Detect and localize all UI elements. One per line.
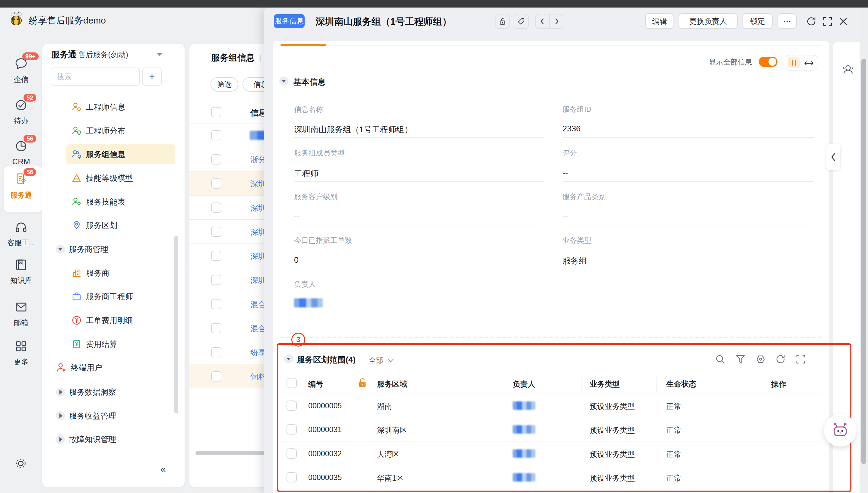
rail-item-service-desk[interactable]: 客服工... [0,220,42,253]
list-row[interactable]: 深圳福田服 [189,220,269,244]
expand-fullscreen-icon[interactable] [822,16,833,27]
row-checkbox[interactable] [211,323,221,333]
row-region-link[interactable]: 深圳南区 [377,425,407,435]
rail-item-fuwutong[interactable]: 56 服务通 [0,172,42,207]
list-row-selected[interactable]: 饲料服务组 [189,364,269,388]
row-region-link[interactable]: 湖南 [377,401,392,411]
unlock-icon-button[interactable] [495,14,510,29]
list-row[interactable]: 混合组（广 [189,316,269,340]
nav-search-input[interactable] [51,67,140,86]
row-id-link[interactable]: 00000032 [308,449,342,458]
subtable-row[interactable]: 00000005 湖南 预设业务类型 正常 [280,393,822,417]
list-row[interactable]: 浙分服务组 [189,147,269,171]
nav-item-workorder-fee-detail[interactable]: 工单费用明细 [71,310,180,330]
column-header-id[interactable]: 编号 [308,379,323,389]
subtable-row[interactable]: 00000035 华南1区 预设业务类型 正常 [280,465,822,489]
column-header-region[interactable]: 服务区域 [377,379,407,389]
next-record-button[interactable] [549,14,563,29]
nav-item-engineer-map[interactable]: 工程师分布 [71,121,180,141]
prev-record-button[interactable] [535,14,550,29]
app-switch-caret-icon[interactable] [157,53,162,56]
row-checkbox[interactable] [287,472,297,483]
list-row-selected[interactable]: 深圳南山服 [189,171,269,196]
rail-item-mail[interactable]: 邮箱 [0,300,42,333]
row-id-link[interactable]: 00000035 [308,473,342,482]
nav-group-fault-knowledge-mgmt[interactable]: 故障知识管理 [56,429,177,449]
subtable-scope-dropdown[interactable]: 全部 [369,356,383,365]
subtable-row[interactable]: 00000031 深圳南区 预设业务类型 正常 [280,417,822,442]
nav-item-service-region[interactable]: 服务区划 [71,215,180,235]
row-id-link[interactable]: 00000005 [308,401,342,410]
row-checkbox[interactable] [287,401,297,411]
row-checkbox[interactable] [211,178,221,189]
show-all-toggle[interactable] [759,57,778,67]
list-row[interactable] [189,123,269,147]
row-checkbox[interactable] [211,371,221,382]
subtable-row[interactable]: 00000032 大湾区 预设业务类型 正常 [280,442,822,465]
row-checkbox[interactable] [211,202,221,213]
column-header-biztype[interactable]: 业务类型 [590,379,620,389]
nav-item-provider-engineer[interactable]: 服务商工程师 [71,286,180,306]
subtable-select-all-checkbox[interactable] [287,378,297,388]
edit-button[interactable]: 编辑 [645,13,674,29]
owner-redacted-value[interactable] [294,298,323,307]
row-region-link[interactable]: 华南1区 [377,473,404,483]
list-row[interactable]: 深圳服务商 [189,196,269,220]
list-row[interactable]: 深圳组 [189,244,269,268]
select-all-checkbox[interactable] [211,107,221,117]
close-icon[interactable] [838,16,849,27]
rail-item-todo[interactable]: 52 待办 [0,98,42,131]
page-scroll-thumb[interactable] [861,59,866,464]
active-tab-indicator[interactable] [281,44,326,46]
subtable-filter-icon[interactable] [735,354,746,365]
row-checkbox[interactable] [211,347,221,358]
nav-item-service-provider[interactable]: 服务商 [71,263,180,283]
list-horizontal-scrollbar[interactable] [195,451,265,455]
nav-item-end-user[interactable]: 终端用户 [56,358,177,378]
row-checkbox[interactable] [211,227,221,237]
row-checkbox[interactable] [287,424,297,434]
subtable-search-icon[interactable] [715,354,726,365]
section-collapse-icon[interactable] [279,77,288,86]
more-actions-button[interactable]: ⋯ [778,13,797,29]
change-owner-button[interactable]: 更换负责人 [679,13,738,29]
column-header-actions[interactable]: 操作 [771,379,786,389]
row-checkbox[interactable] [211,299,221,309]
chevron-down-icon[interactable] [388,358,394,363]
horizontal-resize-icon[interactable] [803,59,814,68]
column-layout-button[interactable] [788,57,800,68]
nav-group-service-provider-mgmt[interactable]: 服务商管理 [56,239,177,259]
row-region-link[interactable]: 大湾区 [377,449,400,459]
settings-gear-icon[interactable] [14,456,28,470]
subtable-fullscreen-icon[interactable] [795,354,806,365]
subtable-collapse-icon[interactable] [284,355,293,363]
nav-item-skill-level-model[interactable]: 技能等级模型 [71,168,180,188]
row-checkbox[interactable] [211,154,221,165]
nav-add-button[interactable]: + [142,67,162,86]
list-row[interactable]: 混合组 [189,292,269,316]
team-members-icon[interactable] [842,63,855,77]
expand-panel-handle[interactable] [826,144,840,170]
row-checkbox[interactable] [211,130,221,141]
column-header-owner[interactable]: 负责人 [513,379,535,389]
assistant-robot-button[interactable] [824,414,856,447]
nav-group-service-data-insight[interactable]: 服务数据洞察 [56,382,177,402]
nav-scrollbar[interactable] [174,236,178,413]
row-checkbox[interactable] [211,275,221,285]
subtable-refresh-icon[interactable] [775,354,786,365]
row-checkbox[interactable] [287,448,297,459]
nav-item-engineer-info[interactable]: 工程师信息 [71,97,180,117]
lock-button[interactable]: 锁定 [743,13,773,29]
row-checkbox[interactable] [211,251,221,261]
nav-group-service-revenue-mgmt[interactable]: 服务收益管理 [56,406,177,426]
refresh-icon[interactable] [806,16,817,27]
nav-item-service-skill-table[interactable]: 服务技能表 [71,192,180,212]
row-id-link[interactable]: 00000031 [308,425,342,434]
column-header-lifecycle[interactable]: 生命状态 [666,379,696,389]
rail-item-knowledge[interactable]: 知识库 [0,258,42,291]
nav-collapse-button[interactable]: « [161,464,166,475]
nav-item-service-group-info[interactable]: 服务组信息 [66,144,175,164]
rail-item-more[interactable]: 更多 [0,339,42,372]
list-row[interactable]: 纷享服务商 [189,340,269,364]
filter-button[interactable]: 筛选 [210,77,238,92]
